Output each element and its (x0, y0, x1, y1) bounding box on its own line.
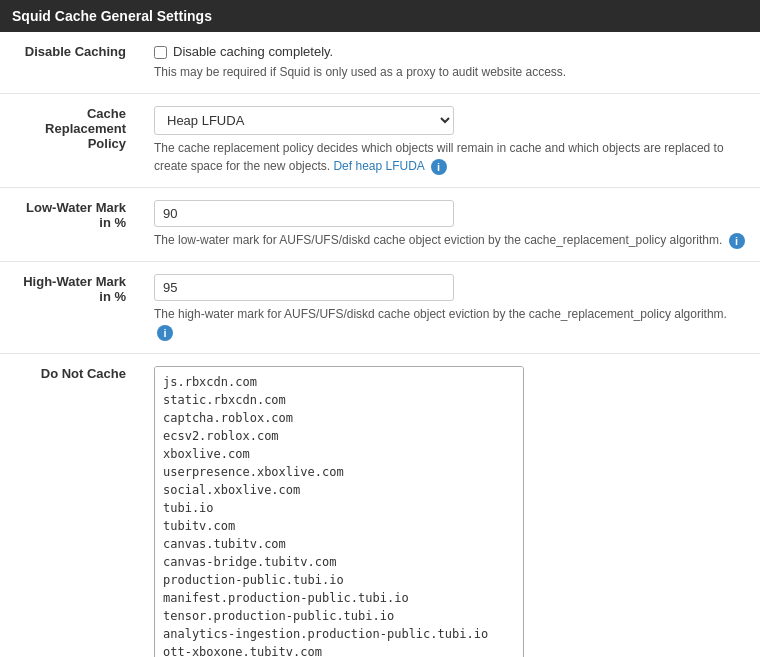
high-water-mark-info-icon[interactable]: i (157, 325, 173, 341)
do-not-cache-label: Do Not Cache (41, 366, 126, 381)
cache-replacement-policy-label: Cache Replacement Policy (45, 106, 126, 151)
low-water-mark-description: The low-water mark for AUFS/UFS/diskd ca… (154, 233, 722, 247)
disable-caching-description: This may be required if Squid is only us… (154, 63, 746, 81)
do-not-cache-textarea[interactable]: js.rbxcdn.com static.rbxcdn.com captcha.… (154, 366, 524, 657)
cache-replacement-policy-description: The cache replacement policy decides whi… (154, 139, 746, 175)
high-water-mark-description: The high-water mark for AUFS/UFS/diskd c… (154, 307, 727, 321)
high-water-mark-row: High-Water Mark in % The high-water mark… (0, 262, 760, 354)
low-water-mark-row: Low-Water Mark in % The low-water mark f… (0, 188, 760, 262)
cache-replacement-policy-select[interactable]: Heap LFUDA Heap GDSF Heap LRU LRU (154, 106, 454, 135)
cache-replacement-policy-link[interactable]: Def heap LFUDA (333, 159, 424, 173)
low-water-mark-input[interactable] (154, 200, 454, 227)
high-water-mark-label: High-Water Mark in % (23, 274, 126, 304)
page-header: Squid Cache General Settings (0, 0, 760, 32)
cache-replacement-policy-info-icon[interactable]: i (431, 159, 447, 175)
disable-caching-label: Disable Caching (25, 44, 126, 59)
disable-caching-row: Disable Caching Disable caching complete… (0, 32, 760, 94)
cache-replacement-policy-row: Cache Replacement Policy Heap LFUDA Heap… (0, 94, 760, 188)
do-not-cache-row: Do Not Cache js.rbxcdn.com static.rbxcdn… (0, 354, 760, 658)
high-water-mark-input[interactable] (154, 274, 454, 301)
low-water-mark-info-icon[interactable]: i (729, 233, 745, 249)
low-water-mark-label: Low-Water Mark in % (26, 200, 126, 230)
disable-caching-checkbox-label[interactable]: Disable caching completely. (173, 44, 333, 59)
disable-caching-checkbox[interactable] (154, 46, 167, 59)
